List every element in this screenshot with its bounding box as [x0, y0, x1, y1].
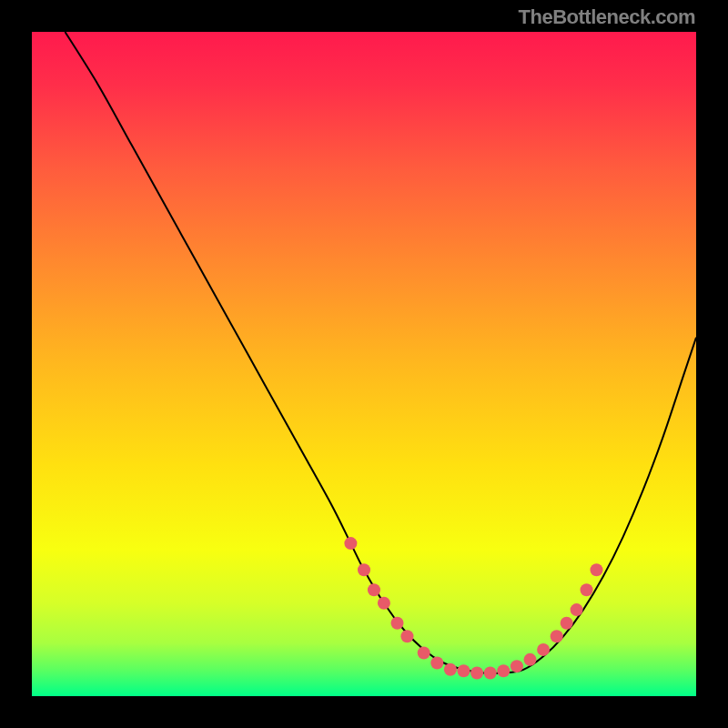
chart-frame: TheBottleneck.com — [0, 0, 728, 728]
plot-area — [32, 32, 696, 696]
attribution-text: TheBottleneck.com — [519, 5, 695, 29]
gradient-background — [32, 32, 696, 696]
svg-rect-0 — [32, 32, 696, 696]
